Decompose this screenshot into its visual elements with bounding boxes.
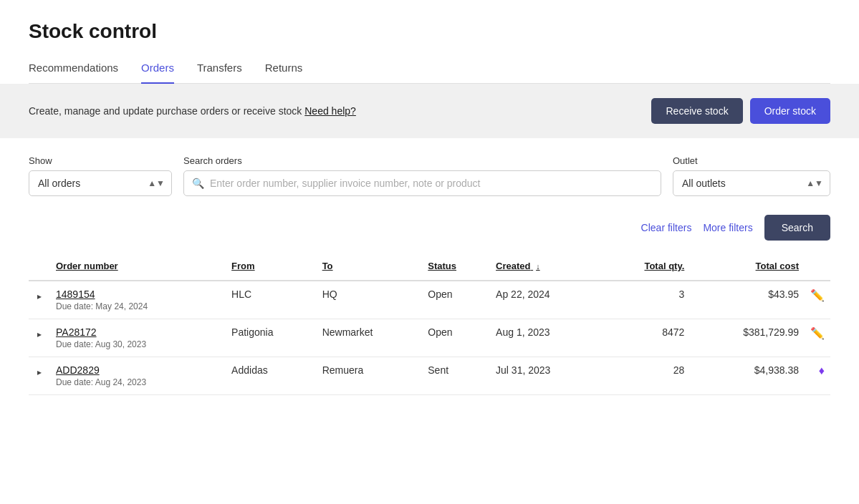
created-cell-2: Aug 1, 2023: [490, 319, 603, 357]
filter-actions: Clear filters More filters Search: [0, 208, 859, 252]
col-total-qty[interactable]: Total qty.: [603, 252, 690, 281]
search-input[interactable]: [183, 170, 661, 196]
col-to[interactable]: To: [317, 252, 423, 281]
filters-section: Show All orders Open Sent Received Cance…: [0, 138, 859, 208]
col-order-number[interactable]: Order number: [50, 252, 226, 281]
from-cell-1: HLC: [226, 281, 317, 319]
created-sort-icon: ↓: [536, 262, 540, 271]
receive-stock-button[interactable]: Receive stock: [651, 98, 742, 124]
tab-recommendations[interactable]: Recommendations: [29, 56, 118, 84]
status-cell-2: Open: [422, 319, 490, 357]
col-edit: [805, 252, 830, 281]
order-link-1[interactable]: 1489154: [56, 289, 220, 300]
order-link-2[interactable]: PA28172: [56, 326, 220, 338]
expand-row-1-button[interactable]: ▸: [34, 289, 44, 304]
outlet-select[interactable]: All outlets HQ Newmarket Remuera: [673, 170, 830, 196]
status-cell-1: Open: [422, 281, 490, 319]
to-cell-3: Remuera: [317, 357, 423, 395]
cost-cell-1: $43.95: [690, 281, 805, 319]
cost-cell-2: $381,729.99: [690, 319, 805, 357]
search-filter-group: Search orders 🔍: [183, 155, 661, 196]
col-created[interactable]: Created ↓: [490, 252, 603, 281]
qty-cell-2: 8472: [603, 319, 690, 357]
tabs-nav: Recommendations Orders Transfers Returns: [29, 56, 830, 84]
edit-icon-2[interactable]: ✏️: [810, 327, 825, 339]
clear-filters-button[interactable]: Clear filters: [641, 222, 692, 233]
more-filters-button[interactable]: More filters: [703, 222, 752, 233]
qty-cell-1: 3: [603, 281, 690, 319]
order-stock-button[interactable]: Order stock: [750, 98, 830, 124]
due-date-1: Due date: May 24, 2024: [56, 301, 220, 311]
created-cell-3: Jul 31, 2023: [490, 357, 603, 395]
col-total-cost[interactable]: Total cost: [690, 252, 805, 281]
show-label: Show: [29, 155, 172, 166]
order-number-cell: ADD2829 Due date: Aug 24, 2023: [50, 357, 226, 395]
table-row: ▸ PA28172 Due date: Aug 30, 2023 Patigon…: [29, 319, 830, 357]
show-filter-group: Show All orders Open Sent Received Cance…: [29, 155, 172, 196]
search-button[interactable]: Search: [764, 215, 830, 241]
tab-returns[interactable]: Returns: [265, 56, 303, 84]
table-row: ▸ ADD2829 Due date: Aug 24, 2023 Addidas…: [29, 357, 830, 395]
order-number-cell: 1489154 Due date: May 24, 2024: [50, 281, 226, 319]
edit-icon-1[interactable]: ✏️: [810, 289, 825, 301]
expand-row-2-button[interactable]: ▸: [34, 326, 44, 342]
search-label: Search orders: [183, 155, 661, 166]
tab-transfers[interactable]: Transfers: [197, 56, 242, 84]
edit-icon-3[interactable]: ♦: [819, 364, 825, 377]
expand-row-3-button[interactable]: ▸: [34, 364, 44, 380]
order-link-3[interactable]: ADD2829: [56, 364, 220, 376]
search-icon: 🔍: [192, 178, 204, 189]
order-number-cell: PA28172 Due date: Aug 30, 2023: [50, 319, 226, 357]
col-expand: [29, 252, 50, 281]
to-cell-2: Newmarket: [317, 319, 423, 357]
status-cell-3: Sent: [422, 357, 490, 395]
due-date-3: Due date: Aug 24, 2023: [56, 377, 220, 387]
due-date-2: Due date: Aug 30, 2023: [56, 339, 220, 349]
tab-orders[interactable]: Orders: [141, 56, 174, 84]
col-from[interactable]: From: [226, 252, 317, 281]
banner-text: Create, manage and update purchase order…: [29, 105, 356, 117]
page-title: Stock control: [29, 20, 830, 43]
to-cell-1: HQ: [317, 281, 423, 319]
created-cell-1: Ap 22, 2024: [490, 281, 603, 319]
table-row: ▸ 1489154 Due date: May 24, 2024 HLC HQ …: [29, 281, 830, 319]
from-cell-2: Patigonia: [226, 319, 317, 357]
banner-actions: Receive stock Order stock: [651, 98, 830, 124]
need-help-link[interactable]: Need help?: [304, 105, 356, 117]
outlet-filter-group: Outlet All outlets HQ Newmarket Remuera …: [673, 155, 830, 196]
orders-table: Order number From To Status Created ↓: [29, 252, 830, 395]
table-header-row: Order number From To Status Created ↓: [29, 252, 830, 281]
from-cell-3: Addidas: [226, 357, 317, 395]
qty-cell-3: 28: [603, 357, 690, 395]
banner: Create, manage and update purchase order…: [0, 84, 859, 138]
orders-table-section: Order number From To Status Created ↓: [0, 252, 859, 395]
col-status[interactable]: Status: [422, 252, 490, 281]
outlet-label: Outlet: [673, 155, 830, 166]
cost-cell-3: $4,938.38: [690, 357, 805, 395]
show-select[interactable]: All orders Open Sent Received Cancelled: [29, 170, 172, 196]
